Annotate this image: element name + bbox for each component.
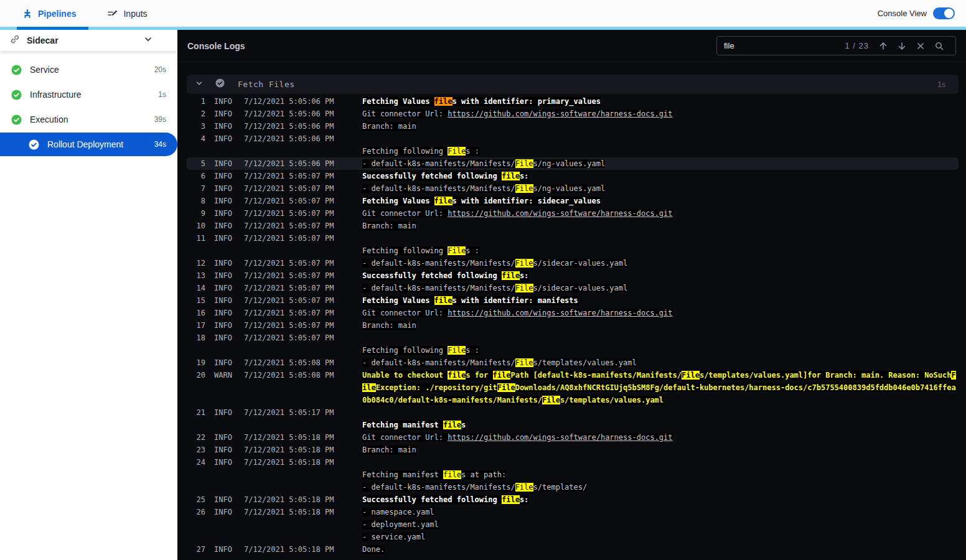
log-line[interactable]: Fetching following Files : bbox=[187, 145, 959, 157]
log-line[interactable]: 23INFO7/12/2021 5:05:18 PMBranch: main bbox=[187, 444, 959, 456]
line-number[interactable] bbox=[187, 481, 205, 493]
log-link[interactable]: https://github.com/wings-software/harnes… bbox=[448, 433, 672, 442]
log-line[interactable]: 18INFO7/12/2021 5:05:07 PM bbox=[187, 332, 959, 344]
log-line[interactable]: 9INFO7/12/2021 5:05:07 PMGit connector U… bbox=[187, 207, 959, 220]
search-icon[interactable] bbox=[930, 41, 949, 51]
line-number[interactable]: 5 bbox=[187, 157, 205, 170]
sidebar-item-infrastructure[interactable]: Infrastructure 1s bbox=[0, 82, 177, 107]
log-line[interactable]: 5INFO7/12/2021 5:05:06 PM- default-k8s-m… bbox=[187, 157, 959, 170]
line-number[interactable]: 17 bbox=[187, 319, 205, 332]
clear-search-button[interactable] bbox=[911, 42, 930, 50]
line-number[interactable]: 22 bbox=[187, 431, 205, 444]
line-number[interactable] bbox=[187, 245, 205, 257]
sidebar-item-rollout-deployment[interactable]: Rollout Deployment 34s bbox=[0, 133, 177, 156]
log-message: Successfully fetched following files: bbox=[362, 170, 959, 182]
line-number[interactable]: 19 bbox=[187, 357, 205, 369]
log-link[interactable]: https://github.com/wings-software/harnes… bbox=[448, 309, 672, 317]
log-line[interactable]: 21INFO7/12/2021 5:05:17 PM bbox=[187, 406, 959, 419]
log-line[interactable]: 6INFO7/12/2021 5:05:07 PMSuccessfully fe… bbox=[187, 170, 959, 182]
line-number[interactable]: 4 bbox=[187, 133, 205, 145]
line-number[interactable]: 15 bbox=[187, 294, 205, 307]
next-match-button[interactable] bbox=[893, 41, 911, 51]
log-line[interactable]: 12INFO7/12/2021 5:05:07 PM- default-k8s-… bbox=[187, 257, 959, 269]
log-line[interactable]: - default-k8s-manifests/Manifests/Files/… bbox=[187, 481, 959, 493]
sidebar-item-execution[interactable]: Execution 39s bbox=[0, 107, 177, 132]
line-number[interactable]: 9 bbox=[187, 207, 205, 220]
log-group-header[interactable]: Fetch Files 1s bbox=[187, 75, 959, 94]
log-line[interactable]: Fetching following Files : bbox=[187, 344, 959, 357]
line-number[interactable] bbox=[187, 145, 205, 157]
log-line[interactable]: 2INFO7/12/2021 5:05:06 PMGit connector U… bbox=[187, 108, 959, 120]
line-number[interactable] bbox=[187, 469, 205, 481]
line-number[interactable]: 11 bbox=[187, 232, 205, 245]
line-number[interactable]: 2 bbox=[187, 108, 205, 120]
log-message: Git connector Url: https://github.com/wi… bbox=[362, 431, 959, 444]
log-line[interactable]: 7INFO7/12/2021 5:05:07 PM- default-k8s-m… bbox=[187, 182, 959, 195]
log-line[interactable]: - deployment.yaml bbox=[187, 518, 959, 531]
line-number[interactable]: 16 bbox=[187, 307, 205, 319]
line-number[interactable]: 27 bbox=[187, 543, 205, 556]
log-level: INFO bbox=[214, 195, 239, 207]
log-level bbox=[214, 531, 239, 543]
log-line[interactable]: 22INFO7/12/2021 5:05:18 PMGit connector … bbox=[187, 431, 959, 444]
log-line[interactable]: Fetching following Files : bbox=[187, 245, 959, 257]
line-number[interactable]: 24 bbox=[187, 456, 205, 469]
log-level: INFO bbox=[214, 456, 239, 469]
stage-header[interactable]: Sidecar bbox=[0, 30, 177, 51]
log-line[interactable]: 14INFO7/12/2021 5:05:07 PM- default-k8s-… bbox=[187, 282, 959, 294]
search-input[interactable] bbox=[724, 41, 845, 50]
log-message: - default-k8s-manifests/Manifests/Files/… bbox=[362, 257, 959, 269]
tab-inputs[interactable]: Inputs bbox=[107, 8, 147, 19]
collapse-chevron-icon[interactable] bbox=[195, 79, 204, 90]
line-number[interactable]: 13 bbox=[187, 269, 205, 282]
line-number[interactable]: 3 bbox=[187, 120, 205, 133]
line-number[interactable]: 18 bbox=[187, 332, 205, 344]
log-line[interactable]: 25INFO7/12/2021 5:05:18 PMSuccessfully f… bbox=[187, 493, 959, 506]
log-line[interactable]: 26INFO7/12/2021 5:05:18 PM- namespace.ya… bbox=[187, 506, 959, 518]
line-number[interactable]: 21 bbox=[187, 406, 205, 419]
line-number[interactable]: 1 bbox=[187, 95, 205, 108]
log-line[interactable]: 10INFO7/12/2021 5:05:07 PMBranch: main bbox=[187, 220, 959, 232]
log-link[interactable]: https://github.com/wings-software/harnes… bbox=[448, 110, 672, 118]
console-view-toggle[interactable] bbox=[933, 7, 955, 19]
line-number[interactable] bbox=[187, 531, 205, 543]
log-line[interactable]: 24INFO7/12/2021 5:05:18 PM bbox=[187, 456, 959, 469]
line-number[interactable]: 12 bbox=[187, 257, 205, 269]
line-number[interactable] bbox=[187, 518, 205, 531]
log-line[interactable]: 1INFO7/12/2021 5:05:06 PMFetching Values… bbox=[187, 95, 959, 108]
log-line[interactable]: 15INFO7/12/2021 5:05:07 PMFetching Value… bbox=[187, 294, 959, 307]
log-line[interactable]: 8INFO7/12/2021 5:05:07 PMFetching Values… bbox=[187, 195, 959, 207]
log-line[interactable]: 27INFO7/12/2021 5:05:18 PMDone. bbox=[187, 543, 959, 556]
log-message: Fetching manifest files at path: bbox=[362, 469, 959, 481]
log-timestamp: 7/12/2021 5:05:07 PM bbox=[244, 282, 362, 294]
log-link[interactable]: https://github.com/wings-software/harnes… bbox=[448, 209, 672, 218]
line-number[interactable]: 7 bbox=[187, 182, 205, 195]
log-line[interactable]: 4INFO7/12/2021 5:05:06 PM bbox=[187, 133, 959, 145]
chevron-down-icon[interactable] bbox=[144, 35, 152, 46]
line-number[interactable]: 25 bbox=[187, 493, 205, 506]
log-line[interactable]: 19INFO7/12/2021 5:05:08 PM- default-k8s-… bbox=[187, 357, 959, 369]
log-line[interactable]: 20WARN7/12/2021 5:05:08 PMUnable to chec… bbox=[187, 369, 959, 406]
log-line[interactable]: Fetching manifest files at path: bbox=[187, 469, 959, 481]
log-line[interactable]: 17INFO7/12/2021 5:05:07 PMBranch: main bbox=[187, 319, 959, 332]
line-number[interactable]: 26 bbox=[187, 506, 205, 518]
sidebar-item-service[interactable]: Service 20s bbox=[0, 57, 177, 82]
log-line[interactable]: 16INFO7/12/2021 5:05:07 PMGit connector … bbox=[187, 307, 959, 319]
log-line[interactable]: 11INFO7/12/2021 5:05:07 PM bbox=[187, 232, 959, 245]
log-message: - default-k8s-manifests/Manifests/Files/… bbox=[362, 157, 959, 170]
log-line[interactable]: Fetching manifest files bbox=[187, 419, 959, 431]
line-number[interactable]: 10 bbox=[187, 220, 205, 232]
line-number[interactable]: 23 bbox=[187, 444, 205, 456]
line-number[interactable]: 6 bbox=[187, 170, 205, 182]
line-number[interactable] bbox=[187, 419, 205, 431]
line-number[interactable]: 20 bbox=[187, 369, 205, 406]
log-line[interactable]: - service.yaml bbox=[187, 531, 959, 543]
line-number[interactable]: 14 bbox=[187, 282, 205, 294]
log-line[interactable]: 3INFO7/12/2021 5:05:06 PMBranch: main bbox=[187, 120, 959, 133]
log-message-text: Fetching following Files : bbox=[362, 246, 479, 255]
previous-match-button[interactable] bbox=[874, 41, 893, 51]
line-number[interactable]: 8 bbox=[187, 195, 205, 207]
tab-pipelines[interactable]: Pipelines bbox=[22, 9, 76, 19]
line-number[interactable] bbox=[187, 344, 205, 357]
log-line[interactable]: 13INFO7/12/2021 5:05:07 PMSuccessfully f… bbox=[187, 269, 959, 282]
